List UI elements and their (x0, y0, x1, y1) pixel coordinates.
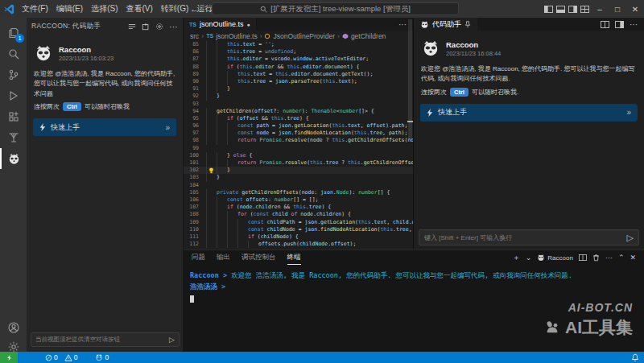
menu-item-4[interactable]: 转到(G) (157, 4, 192, 13)
line-number[interactable]: 88 (184, 64, 206, 71)
sidebar-settings-icon[interactable] (155, 23, 163, 31)
code-line-106[interactable]: 106const offsets: number[] = []; (184, 196, 413, 204)
line-number[interactable]: 102 (184, 167, 206, 174)
toggle-secondary-sidebar-icon[interactable] (567, 0, 579, 18)
code-line-98[interactable]: 98return Promise.resolve(node ? this.get… (184, 137, 413, 144)
terminal-instance[interactable]: Raccoon (537, 254, 573, 262)
line-number[interactable]: 93 (184, 101, 206, 108)
panel-tab-问题[interactable]: 问题 (192, 250, 205, 265)
code-line-108[interactable]: 108for (const child of node.children) { (184, 211, 413, 218)
line-number[interactable]: 100 (184, 152, 206, 159)
sidebar-more-icon[interactable]: ··· (169, 23, 178, 31)
line-number[interactable]: 90 (184, 78, 206, 85)
back-arrow-icon[interactable]: ← (190, 4, 199, 14)
code-line-104[interactable]: 104 (184, 182, 413, 189)
line-number[interactable]: 86 (184, 48, 206, 56)
minimize-button[interactable]: – (591, 0, 609, 18)
raccoon-view-icon[interactable] (0, 148, 27, 169)
code-line-87[interactable]: 87this.editor = vscode.window.activeText… (184, 56, 413, 63)
remote-indicator[interactable] (0, 352, 18, 363)
maximize-panel-icon[interactable]: ⌃ (618, 254, 625, 262)
test-view-icon[interactable] (0, 127, 27, 148)
code-line-107[interactable]: 107if (node.children && this.tree) { (184, 204, 413, 211)
run-debug-icon[interactable] (0, 85, 27, 106)
code-line-102[interactable]: 102} (184, 167, 413, 174)
code-line-94[interactable]: 94getChildren(offset?: number): Thenable… (184, 108, 413, 115)
code-line-109[interactable]: 109const childPath = json.getLocation(th… (184, 219, 413, 226)
quickstart-button[interactable]: 快速上手 » (33, 118, 176, 136)
toggle-sidebar-icon[interactable] (543, 0, 555, 18)
line-number[interactable]: 110 (184, 226, 206, 233)
panel-more-icon[interactable]: ··· (605, 254, 613, 262)
menu-item-1[interactable]: 编辑(E) (52, 4, 87, 13)
toggle-panel-icon[interactable] (555, 0, 567, 18)
menu-item-3[interactable]: 查看(V) (122, 4, 156, 13)
notifications-bell-icon[interactable] (631, 353, 639, 361)
line-number[interactable]: 111 (184, 233, 206, 241)
panel-tab-调试控制台[interactable]: 调试控制台 (242, 250, 276, 265)
menu-item-2[interactable]: 选择(S) (87, 4, 122, 13)
send-icon[interactable]: ▷ (627, 233, 634, 243)
search-view-icon[interactable] (0, 43, 27, 64)
code-line-103[interactable]: 103} (184, 174, 413, 181)
code-line-110[interactable]: 110const childNode = json.findNodeAtLoca… (184, 226, 413, 233)
breadcrumb-method[interactable]: getChildren (351, 32, 386, 40)
code-line-86[interactable]: 86this.tree = undefined; (184, 48, 413, 56)
close-panel-icon[interactable]: ✕ (630, 254, 636, 262)
line-number[interactable]: 97 (184, 130, 206, 137)
code-line-93[interactable]: 93 (184, 101, 413, 108)
code-line-92[interactable]: 92} (184, 93, 413, 100)
toggle-panel-layout-icon[interactable] (615, 21, 624, 28)
explorer-icon[interactable]: 1 (0, 23, 27, 43)
line-number[interactable]: 104 (184, 182, 206, 189)
breadcrumb-src[interactable]: src (190, 32, 199, 40)
line-number[interactable]: 101 (184, 159, 206, 167)
code-line-89[interactable]: 89this.text = this.editor.document.getTe… (184, 71, 413, 78)
code-line-105[interactable]: 105private getChildrenOffsets(node: json… (184, 189, 413, 196)
code-line-111[interactable]: 111if (childNode) { (184, 233, 413, 241)
line-number[interactable]: 85 (184, 41, 206, 48)
line-number[interactable]: 92 (184, 93, 206, 100)
split-terminal-icon[interactable] (579, 254, 587, 261)
editor-scrollbar[interactable] (407, 18, 413, 226)
assistant-chat-input[interactable]: 键入 [Shift + Enter] 可输入换行 ▷ (419, 229, 639, 245)
line-number[interactable]: 96 (184, 122, 206, 130)
line-number[interactable]: 108 (184, 211, 206, 218)
line-number[interactable]: 105 (184, 189, 206, 196)
line-number[interactable]: 109 (184, 219, 206, 226)
extensions-icon[interactable] (0, 106, 27, 127)
new-chat-icon[interactable] (142, 23, 150, 31)
line-number[interactable]: 95 (184, 115, 206, 122)
panel-more-icon[interactable]: ··· (630, 20, 638, 29)
code-line-112[interactable]: 112offsets.push(childNode.offset); (184, 241, 413, 248)
panel-tab-输出[interactable]: 输出 (217, 250, 230, 265)
lightbulb-icon[interactable] (208, 167, 214, 174)
split-editor-icon[interactable] (601, 21, 609, 28)
quickstart-button[interactable]: 快速上手 » (420, 104, 638, 122)
line-number[interactable]: 107 (184, 204, 206, 211)
tab-jsonoutline[interactable]: TS jsonOutline.ts ● (184, 18, 257, 31)
line-number[interactable]: 98 (184, 137, 206, 144)
code-line-101[interactable]: 101return Promise.resolve(this.tree ? th… (184, 159, 413, 167)
sidebar-chat-input[interactable]: 当前视图顶栏提供清空对话按钮 ▷ (31, 332, 180, 347)
tab-code-assistant[interactable]: 代码助手 (414, 18, 477, 31)
send-icon[interactable]: ▷ (169, 336, 175, 344)
code-line-91[interactable]: 91} (184, 85, 413, 93)
line-number[interactable]: 103 (184, 174, 206, 181)
code-line-97[interactable]: 97const node = json.findNodeAtLocation(t… (184, 130, 413, 137)
line-number[interactable]: 112 (184, 241, 206, 248)
line-number[interactable]: 91 (184, 85, 206, 93)
clear-chat-icon[interactable] (128, 23, 136, 31)
code-line-100[interactable]: 100} else { (184, 152, 413, 159)
menu-item-0[interactable]: 文件(F) (18, 4, 52, 13)
panel-tab-终端[interactable]: 终端 (287, 250, 301, 265)
line-number[interactable]: 89 (184, 71, 206, 78)
account-icon[interactable] (0, 317, 27, 338)
line-number[interactable]: 94 (184, 108, 206, 115)
raccoon-status[interactable]: 0 (95, 353, 109, 361)
code-line-85[interactable]: 85this.text = ''; (184, 41, 413, 48)
code-line-88[interactable]: 88if (this.editor && this.editor.documen… (184, 64, 413, 71)
maximize-button[interactable]: □ (609, 0, 626, 18)
code-line-96[interactable]: 96const path = json.getLocation(this.tex… (184, 122, 413, 130)
pin-icon[interactable] (464, 21, 471, 28)
